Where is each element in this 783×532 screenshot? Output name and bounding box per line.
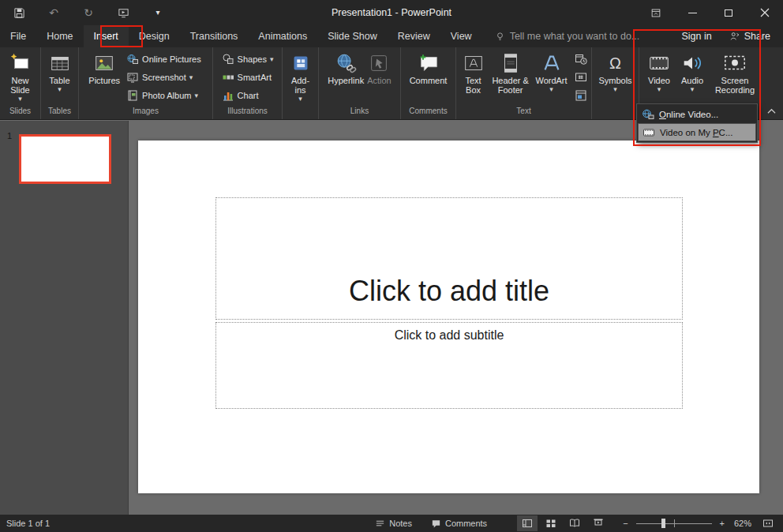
customize-qat-button[interactable]: ▾: [150, 3, 166, 22]
photo-album-button[interactable]: Photo Album ▾: [123, 87, 204, 104]
tab-transitions[interactable]: Transitions: [180, 25, 249, 47]
quick-access-toolbar: ↶ ↻ ▾: [0, 3, 166, 22]
slide-sorter-view-button[interactable]: [541, 515, 561, 531]
screenshot-button[interactable]: Screenshot ▾: [123, 69, 204, 86]
date-time-button[interactable]: [572, 51, 590, 67]
table-button[interactable]: Table ▾: [47, 49, 73, 95]
smartart-button[interactable]: SmartArt: [219, 69, 277, 86]
comment-button[interactable]: Comment: [408, 49, 449, 87]
sign-in-link[interactable]: Sign in: [681, 31, 711, 42]
chart-label: Chart: [238, 91, 259, 100]
share-button[interactable]: Share: [729, 31, 770, 42]
close-button[interactable]: [747, 0, 783, 25]
shapes-label: Shapes: [238, 54, 267, 64]
group-text: Text Box Header & Footer WordArt ▾: [456, 47, 592, 119]
start-from-beginning-button[interactable]: [115, 3, 131, 22]
group-comments: Comment Comments: [401, 47, 456, 119]
group-illustrations: Shapes ▾ SmartArt Chart: [213, 47, 283, 119]
symbols-button[interactable]: Ω Symbols ▾: [597, 49, 633, 95]
tab-view[interactable]: View: [440, 25, 482, 47]
shapes-icon: [222, 53, 234, 66]
text-box-icon: [462, 51, 485, 76]
video-dropdown-menu: Online Video... Video on My PC...: [636, 103, 758, 143]
menu-item-video-on-my-pc[interactable]: Video on My PC...: [638, 123, 756, 141]
video-on-pc-icon: [643, 126, 655, 139]
screen-recording-button[interactable]: Screen Recording: [710, 49, 760, 96]
normal-view-button[interactable]: [517, 515, 538, 531]
wordart-icon: [540, 51, 564, 76]
hyperlink-button[interactable]: Hyperlink: [326, 49, 365, 87]
pictures-label: Pictures: [88, 76, 120, 85]
fit-to-window-icon: [762, 518, 774, 529]
comments-label: Comments: [445, 519, 487, 528]
add-ins-button[interactable]: Add-ins ▾: [285, 49, 317, 104]
group-symbols: Ω Symbols ▾: [592, 47, 639, 119]
wordart-button[interactable]: WordArt ▾: [532, 49, 571, 95]
chevron-down-icon: ▾: [613, 86, 617, 93]
zoom-slider-handle[interactable]: [661, 519, 665, 528]
zoom-level[interactable]: 62%: [726, 519, 751, 528]
fit-to-window-button[interactable]: [759, 515, 777, 532]
add-ins-label: Add-ins: [287, 76, 315, 95]
title-placeholder[interactable]: Click to add title: [215, 197, 683, 320]
audio-icon: [680, 51, 704, 76]
notes-button[interactable]: Notes: [370, 515, 417, 532]
minimize-icon: [688, 13, 697, 13]
tab-design[interactable]: Design: [129, 25, 180, 47]
share-label: Share: [744, 31, 770, 42]
tab-animations[interactable]: Animations: [248, 25, 317, 47]
redo-button[interactable]: ↻: [81, 3, 96, 22]
chevron-down-icon: ▾: [194, 92, 198, 99]
group-label-comments: Comments: [403, 107, 454, 119]
maximize-button[interactable]: [710, 0, 747, 25]
action-button[interactable]: Action: [365, 49, 393, 87]
accel-underline: P: [713, 128, 719, 137]
undo-button[interactable]: ↶: [46, 3, 62, 22]
save-button[interactable]: [11, 3, 27, 22]
shapes-button[interactable]: Shapes ▾: [219, 51, 277, 68]
chevron-down-icon: ▾: [58, 86, 62, 93]
new-slide-button[interactable]: New Slide ▾: [2, 49, 39, 104]
tab-insert[interactable]: Insert: [84, 25, 129, 47]
slide-number-button[interactable]: [572, 69, 590, 85]
slide-canvas: Click to add title Click to add subtitle: [138, 140, 759, 493]
screen-recording-label: Screen Recording: [711, 76, 759, 95]
slide-show-view-button[interactable]: [588, 515, 609, 531]
tab-slide-show[interactable]: Slide Show: [317, 25, 388, 47]
online-pictures-button[interactable]: Online Pictures: [123, 51, 204, 68]
tab-review[interactable]: Review: [388, 25, 440, 47]
screenshot-icon: [126, 71, 139, 84]
collapse-ribbon-button[interactable]: [764, 106, 778, 117]
zoom-slider-center-tick: [674, 519, 675, 527]
menu-item-online-video[interactable]: Online Video...: [638, 105, 756, 123]
slide-1-thumbnail[interactable]: [19, 134, 111, 184]
zoom-in-button[interactable]: +: [718, 515, 726, 532]
chart-button[interactable]: Chart: [219, 87, 277, 104]
text-box-button[interactable]: Text Box: [458, 49, 489, 96]
group-label-text: Text: [458, 107, 590, 119]
customize-qat-icon: ▾: [155, 9, 159, 17]
status-bar-right: Notes Comments: [370, 515, 777, 532]
subtitle-placeholder[interactable]: Click to add subtitle: [215, 322, 683, 409]
comments-button[interactable]: Comments: [426, 515, 492, 532]
audio-button[interactable]: Audio ▾: [676, 49, 708, 95]
object-button[interactable]: [572, 87, 590, 103]
minimize-button[interactable]: [674, 0, 710, 25]
tab-file[interactable]: File: [0, 25, 36, 47]
tell-me-box[interactable]: Tell me what you want to do...: [495, 31, 640, 42]
pictures-button[interactable]: Pictures: [87, 49, 122, 87]
ribbon-display-options-button[interactable]: [638, 0, 674, 25]
share-icon: [729, 31, 740, 42]
close-icon: [760, 8, 770, 17]
group-links: Hyperlink Action Links: [319, 47, 401, 119]
smartart-label: SmartArt: [238, 73, 272, 82]
reading-view-button[interactable]: [564, 515, 585, 531]
header-footer-button[interactable]: Header & Footer: [490, 49, 530, 96]
zoom-out-button[interactable]: −: [621, 515, 629, 532]
zoom-slider[interactable]: [636, 517, 712, 530]
photo-album-label: Photo Album: [142, 91, 191, 100]
symbols-omega-icon: Ω: [609, 51, 621, 76]
slide-thumbnail-panel: 1: [0, 121, 129, 515]
tab-home[interactable]: Home: [36, 25, 83, 47]
video-button[interactable]: Video ▾: [643, 49, 675, 95]
